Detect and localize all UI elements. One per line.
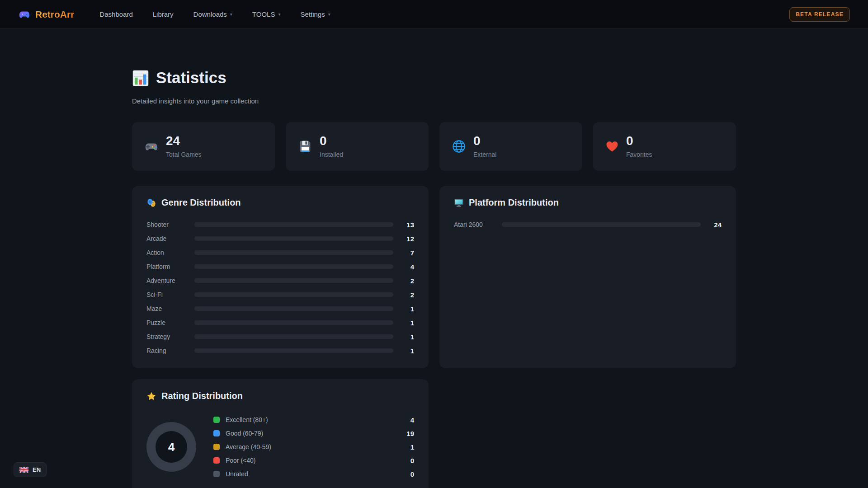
platform-distribution-card: Platform Distribution Atari 2600 24 [439, 186, 736, 368]
heart-icon [605, 139, 619, 154]
card-title: Genre Distribution [161, 197, 241, 208]
bar-chart-icon [132, 70, 149, 87]
rating-donut-center-value: 4 [168, 440, 175, 454]
legend-swatch [213, 444, 220, 450]
legend-row: Poor (<40) 0 [213, 454, 414, 467]
bar-track [194, 292, 393, 297]
stat-label: Installed [320, 151, 343, 158]
legend-swatch [213, 457, 220, 464]
stat-card-external: 0 External [439, 122, 582, 171]
gamepad-icon [144, 139, 159, 154]
chevron-down-icon: ▾ [278, 12, 280, 17]
brand-name: RetroArr [35, 9, 74, 20]
language-code: EN [33, 466, 41, 473]
nav-item-settings[interactable]: Settings▾ [300, 10, 330, 18]
genre-bar-row: Action 7 [146, 248, 414, 258]
bar-track [194, 320, 393, 325]
globe-icon [451, 139, 467, 154]
monitor-icon [454, 198, 464, 208]
charts-grid: Genre Distribution Shooter 13 Arcade 12 … [132, 186, 736, 488]
nav-item-library[interactable]: Library [153, 10, 174, 18]
stat-label: Favorites [626, 151, 652, 158]
legend-swatch [213, 471, 220, 477]
rating-distribution-header: Rating Distribution [146, 391, 414, 401]
chevron-down-icon: ▾ [230, 12, 232, 17]
legend-swatch [213, 430, 220, 436]
legend-swatch [213, 417, 220, 423]
stat-value: 0 [473, 135, 496, 147]
genre-bar-row: Racing 1 [146, 346, 414, 356]
page-title: Statistics [132, 69, 736, 87]
nav-item-dashboard[interactable]: Dashboard [99, 10, 132, 18]
stat-label: External [473, 151, 496, 158]
gamepad-logo-icon [18, 8, 31, 21]
statistics-page: Statistics Detailed insights into your g… [132, 29, 736, 488]
navbar: RetroArr Dashboard Library Downloads▾ TO… [0, 0, 868, 29]
star-icon [146, 391, 156, 401]
floppy-disk-icon [297, 139, 313, 154]
bar-track [194, 348, 393, 353]
bar-track [194, 236, 393, 241]
bar-track [194, 250, 393, 255]
stat-value: 24 [166, 135, 202, 147]
card-title: Platform Distribution [469, 197, 559, 208]
genre-bar-row: Platform 4 [146, 262, 414, 272]
page-subtitle: Detailed insights into your game collect… [132, 97, 736, 105]
stat-card-favorites: 0 Favorites [593, 122, 736, 171]
bar-track [194, 222, 393, 227]
genre-bar-row: Arcade 12 [146, 234, 414, 244]
rating-donut-center: 4 [156, 431, 187, 463]
bar-track [194, 306, 393, 311]
stat-card-installed: 0 Installed [286, 122, 429, 171]
stat-value: 0 [320, 135, 343, 147]
stat-card-total-games: 24 Total Games [132, 122, 275, 171]
nav-item-downloads[interactable]: Downloads▾ [193, 10, 232, 18]
platform-bar-row: Atari 2600 24 [454, 220, 722, 230]
rating-body: 4 Excellent (80+) 4 Good (60-79) 19 [146, 413, 414, 481]
stats-row: 24 Total Games 0 Installed [132, 122, 736, 171]
bar-track [194, 334, 393, 339]
beta-release-badge: BETA RELEASE [789, 7, 850, 22]
uk-flag-icon [19, 467, 28, 473]
legend-row: Good (60-79) 19 [213, 427, 414, 440]
legend-row: Excellent (80+) 4 [213, 413, 414, 427]
legend-row: Average (40-59) 1 [213, 440, 414, 454]
genre-bar-row: Sci-Fi 2 [146, 290, 414, 300]
card-title: Rating Distribution [161, 391, 243, 401]
genre-bar-row: Strategy 1 [146, 332, 414, 342]
stat-value: 0 [626, 135, 652, 147]
rating-donut-chart: 4 [146, 422, 196, 472]
chevron-down-icon: ▾ [328, 12, 330, 17]
bar-track [194, 264, 393, 269]
genre-bar-row: Maze 1 [146, 304, 414, 314]
stat-label: Total Games [166, 151, 202, 158]
rating-distribution-card: Rating Distribution 4 Excellent (80+) 4 [132, 379, 429, 488]
genre-bar-row: Shooter 13 [146, 220, 414, 230]
main-nav: Dashboard Library Downloads▾ TOOLS▾ Sett… [99, 10, 330, 18]
platform-distribution-header: Platform Distribution [454, 197, 722, 208]
brand-logo[interactable]: RetroArr [18, 8, 74, 21]
legend-row: Unrated 0 [213, 467, 414, 481]
nav-item-tools[interactable]: TOOLS▾ [252, 10, 281, 18]
language-selector[interactable]: EN [14, 462, 47, 477]
genre-distribution-card: Genre Distribution Shooter 13 Arcade 12 … [132, 186, 429, 368]
genre-bar-row: Adventure 2 [146, 276, 414, 286]
bar-track [502, 222, 701, 227]
bar-track [194, 278, 393, 283]
genre-distribution-header: Genre Distribution [146, 197, 414, 208]
rating-legend: Excellent (80+) 4 Good (60-79) 19 Averag… [213, 413, 414, 481]
genre-bar-row: Puzzle 1 [146, 318, 414, 328]
theater-masks-icon [146, 198, 156, 208]
